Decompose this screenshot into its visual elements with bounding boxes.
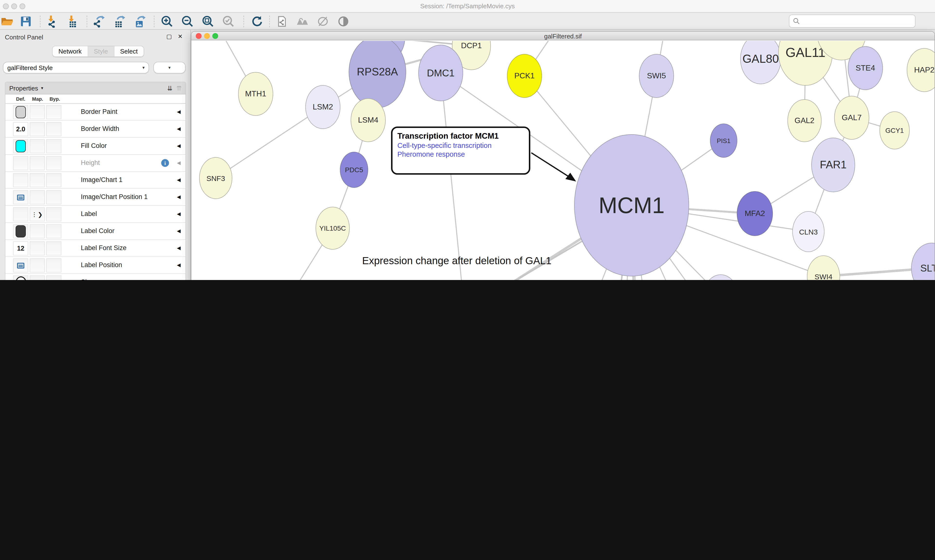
network-node[interactable]: LSM2	[305, 85, 340, 129]
network-node[interactable]: YIL105C	[316, 207, 350, 249]
default-cell[interactable]	[13, 105, 28, 119]
network-node[interactable]: DMC1	[418, 45, 463, 101]
expand-property-icon[interactable]: ◀	[177, 262, 181, 268]
network-canvas[interactable]: Transcription factor MCM1 Cell-type-spec…	[191, 41, 935, 280]
mapping-cell[interactable]	[30, 224, 45, 238]
color-swatch[interactable]	[15, 140, 26, 152]
mapping-cell[interactable]	[30, 258, 45, 272]
network-window-titlebar[interactable]: galFiltered.sif	[191, 32, 935, 40]
default-cell[interactable]	[13, 139, 28, 153]
open-folder-icon[interactable]	[1, 15, 14, 28]
expand-property-icon[interactable]: ◀	[177, 194, 181, 200]
default-cell[interactable]: 2.0	[13, 122, 28, 136]
property-row[interactable]: Label Position◀	[5, 257, 185, 274]
default-cell[interactable]: 12	[13, 241, 28, 255]
default-cell[interactable]	[13, 173, 28, 187]
color-swatch[interactable]	[15, 225, 26, 237]
discrete-mapping-icon[interactable]: ⋮❯	[31, 211, 43, 218]
property-row[interactable]: Image/Chart 1◀	[5, 172, 185, 189]
expand-property-icon[interactable]: ◀	[177, 177, 181, 182]
zoom-out-icon[interactable]	[181, 15, 194, 28]
search-input[interactable]	[789, 15, 915, 28]
network-node[interactable]: CLN3	[792, 211, 824, 252]
expand-all-icon[interactable]: ⇊	[167, 85, 173, 92]
bypass-cell[interactable]	[46, 173, 61, 187]
property-row[interactable]: Heighti◀	[5, 155, 185, 172]
property-row[interactable]: Border Paint◀	[5, 104, 185, 121]
network-node[interactable]: PCK1	[507, 54, 542, 98]
search-network-icon[interactable]	[296, 15, 309, 28]
bypass-cell[interactable]	[46, 275, 61, 280]
float-panel-icon[interactable]: ▢	[166, 34, 172, 39]
expand-property-icon[interactable]: ◀	[177, 160, 181, 165]
bypass-cell[interactable]	[46, 224, 61, 238]
save-icon[interactable]	[20, 15, 32, 28]
network-node[interactable]: GCY1	[879, 111, 910, 149]
bypass-cell[interactable]	[46, 156, 61, 170]
default-cell[interactable]	[13, 258, 28, 272]
network-node[interactable]: MCM1	[574, 134, 689, 276]
zoom-in-icon[interactable]	[161, 15, 173, 28]
position-icon[interactable]	[17, 263, 24, 268]
info-icon[interactable]: i	[161, 159, 169, 167]
network-node[interactable]: FAR1	[811, 138, 855, 192]
export-network-icon[interactable]	[93, 15, 105, 28]
mapping-cell[interactable]	[30, 241, 45, 255]
mapping-cell[interactable]	[30, 122, 45, 136]
property-row[interactable]: Label Color◀	[5, 223, 185, 240]
property-row[interactable]: 2.0Border Width◀	[5, 121, 185, 138]
expand-property-icon[interactable]: ◀	[177, 109, 181, 114]
mapping-cell[interactable]	[30, 275, 45, 280]
position-icon[interactable]	[17, 194, 24, 200]
default-cell[interactable]	[13, 275, 28, 280]
property-row[interactable]: ⋮❯Label◀	[5, 206, 185, 223]
expand-property-icon[interactable]: ◀	[177, 245, 181, 251]
bypass-cell[interactable]	[46, 207, 61, 222]
tab-style[interactable]: Style	[88, 46, 114, 57]
default-cell[interactable]	[13, 156, 28, 170]
default-value[interactable]: 12	[14, 242, 28, 255]
export-image-icon[interactable]	[133, 15, 146, 28]
network-node[interactable]: STE4	[848, 46, 883, 90]
property-row[interactable]: 12Label Font Size◀	[5, 240, 185, 257]
color-swatch[interactable]	[15, 106, 26, 118]
network-node[interactable]: MTH1	[238, 72, 273, 116]
default-value[interactable]: 2.0	[14, 123, 28, 136]
import-table-icon[interactable]	[66, 15, 79, 28]
collapse-all-icon[interactable]: ⇈	[176, 85, 182, 92]
expand-property-icon[interactable]: ◀	[177, 143, 181, 148]
expand-property-icon[interactable]: ◀	[177, 126, 181, 131]
network-node[interactable]: SNF3	[199, 157, 232, 199]
style-options-button[interactable]: ▾	[153, 62, 185, 74]
property-row[interactable]: Image/Chart Position 1◀	[5, 189, 185, 206]
network-caption[interactable]: Expression change after deletion of GAL1	[338, 255, 576, 267]
export-table-icon[interactable]	[113, 15, 126, 28]
show-all-icon[interactable]	[337, 15, 350, 28]
bypass-cell[interactable]	[46, 258, 61, 272]
property-row[interactable]: Shape◀	[5, 274, 185, 280]
default-cell[interactable]	[13, 207, 28, 222]
clone-network-icon[interactable]	[276, 15, 288, 28]
mapping-cell[interactable]	[30, 190, 45, 205]
tab-select[interactable]: Select	[114, 46, 143, 57]
mcm1-annotation[interactable]: Transcription factor MCM1 Cell-type-spec…	[391, 126, 530, 175]
expand-property-icon[interactable]: ◀	[177, 211, 181, 217]
ellipse-shape-icon[interactable]	[15, 276, 26, 280]
mapping-cell[interactable]	[30, 105, 45, 119]
mapping-cell[interactable]	[30, 173, 45, 187]
property-row[interactable]: Fill Color◀	[5, 138, 185, 155]
mapping-cell[interactable]: ⋮❯	[30, 207, 45, 222]
expand-property-icon[interactable]: ◀	[177, 228, 181, 234]
refresh-layout-icon[interactable]	[250, 15, 263, 28]
mapping-cell[interactable]	[30, 139, 45, 153]
close-panel-icon[interactable]: ✕	[178, 34, 183, 39]
bypass-cell[interactable]	[46, 105, 61, 119]
network-node[interactable]: MFA2	[737, 191, 773, 236]
zoom-selected-icon[interactable]	[222, 15, 235, 28]
expand-property-icon[interactable]: ◀	[177, 279, 181, 280]
network-node[interactable]: LSM4	[350, 98, 386, 142]
hide-selected-icon[interactable]	[316, 15, 329, 28]
bypass-cell[interactable]	[46, 190, 61, 205]
annotation-link-2[interactable]: Pheromone response	[397, 150, 524, 158]
default-cell[interactable]	[13, 224, 28, 238]
